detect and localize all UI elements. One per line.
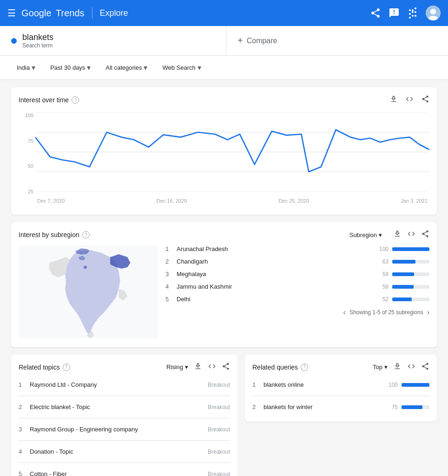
search-bar: blankets Search term + Compare bbox=[0, 26, 448, 56]
category-filter[interactable]: All categories ▾ bbox=[100, 60, 153, 76]
country-chevron-icon: ▾ bbox=[32, 63, 35, 72]
share-icon[interactable] bbox=[421, 95, 429, 105]
related-query-item-1: 1 blankets online 100 bbox=[252, 377, 429, 392]
topic-name-5[interactable]: Cotton - Fiber bbox=[30, 470, 204, 476]
search-type-filter[interactable]: Web Search ▾ bbox=[157, 60, 206, 76]
related-topic-item-4: 4 Donation - Topic Breakout bbox=[19, 444, 230, 459]
subregion-bar-1 bbox=[392, 247, 429, 251]
related-topic-item-1: 1 Raymond Ltd - Company Breakout bbox=[19, 377, 230, 392]
search-type-label: Web Search bbox=[162, 64, 195, 71]
related-topics-title: Related topics bbox=[19, 364, 60, 371]
related-topics-help-icon[interactable]: ? bbox=[63, 364, 70, 371]
menu-icon[interactable]: ☰ bbox=[7, 7, 16, 19]
time-filter[interactable]: Past 30 days ▾ bbox=[45, 60, 96, 76]
subregion-bar-2 bbox=[392, 260, 415, 264]
subregion-name-5: Delhi bbox=[177, 296, 374, 303]
topic-rank-3: 3 bbox=[19, 426, 26, 433]
related-queries-list: 1 blankets online 100 2 blankets for win… bbox=[252, 377, 429, 414]
related-queries-actions: Top ▾ bbox=[373, 362, 429, 372]
subregion-bar-wrap-3 bbox=[392, 272, 429, 276]
related-topics-header: Related topics ? Rising ▾ bbox=[19, 362, 230, 372]
subregion-name-1: Arunachal Pradesh bbox=[177, 245, 374, 252]
related-queries-col: Related queries ? Top ▾ bbox=[245, 355, 437, 476]
topic-name-3[interactable]: Raymond Group - Engineering company bbox=[30, 426, 204, 433]
subregion-share-icon[interactable] bbox=[421, 230, 429, 240]
related-queries-share-icon[interactable] bbox=[421, 362, 429, 372]
subregion-bar-4 bbox=[392, 285, 414, 289]
subregion-embed-icon[interactable] bbox=[407, 230, 415, 240]
separator-2 bbox=[19, 418, 230, 418]
user-avatar[interactable] bbox=[426, 6, 441, 20]
related-queries-help-icon[interactable]: ? bbox=[301, 364, 308, 371]
subregion-help-icon[interactable]: ? bbox=[82, 231, 90, 238]
subregion-next-icon[interactable]: › bbox=[427, 308, 429, 317]
embed-icon[interactable] bbox=[405, 95, 414, 105]
subregion-item-3: 3 Meghalaya 59 bbox=[165, 271, 429, 278]
x-label-2: Dec 25, 2020 bbox=[279, 198, 309, 204]
related-queries-download-icon[interactable] bbox=[393, 362, 402, 372]
line-chart bbox=[35, 112, 429, 192]
topic-tag-1: Breakout bbox=[208, 382, 230, 388]
subregion-score-5: 52 bbox=[377, 296, 389, 303]
svg-point-1 bbox=[430, 9, 436, 14]
time-chevron-icon: ▾ bbox=[87, 63, 91, 72]
related-queries-filter[interactable]: Top ▾ bbox=[373, 364, 388, 370]
country-filter[interactable]: India ▾ bbox=[11, 60, 41, 76]
compare-label: Compare bbox=[247, 37, 277, 45]
related-topics-filter[interactable]: Rising ▾ bbox=[166, 364, 188, 370]
subregion-score-3: 59 bbox=[377, 271, 389, 278]
country-label: India bbox=[17, 64, 30, 71]
related-topics-download-icon[interactable] bbox=[194, 362, 202, 372]
category-chevron-icon: ▾ bbox=[144, 63, 147, 72]
x-label-3: Jan 3, 2021 bbox=[401, 198, 428, 204]
separator-1 bbox=[19, 396, 230, 396]
header: ☰ Google Trends Explore bbox=[0, 0, 448, 26]
topic-name-4[interactable]: Donation - Topic bbox=[30, 448, 204, 455]
search-type-chevron-icon: ▾ bbox=[198, 63, 201, 72]
query-name-2[interactable]: blankets for winter bbox=[264, 403, 383, 410]
subregion-dropdown[interactable]: Subregion ▾ bbox=[349, 231, 382, 238]
subregion-download-icon[interactable] bbox=[393, 230, 402, 240]
feedback-header-icon[interactable] bbox=[389, 7, 400, 19]
search-term-name[interactable]: blankets bbox=[22, 33, 53, 42]
related-queries-embed-icon[interactable] bbox=[407, 362, 415, 372]
interest-over-time-help-icon[interactable]: ? bbox=[72, 96, 79, 104]
share-header-icon[interactable] bbox=[370, 7, 381, 19]
subregion-prev-icon[interactable]: ‹ bbox=[343, 308, 346, 317]
topic-tag-4: Breakout bbox=[208, 449, 230, 455]
subregion-name-3: Meghalaya bbox=[177, 271, 374, 278]
query-score-2: 75 bbox=[387, 404, 398, 410]
interest-over-time-title: Interest over time bbox=[19, 96, 69, 104]
time-label: Past 30 days bbox=[50, 64, 85, 71]
interest-by-subregion-card: Interest by subregion ? Subregion ▾ bbox=[11, 222, 437, 347]
subregion-rank-4: 4 bbox=[165, 283, 173, 290]
subregion-score-4: 58 bbox=[377, 284, 389, 290]
related-topics-embed-icon[interactable] bbox=[208, 362, 216, 372]
related-queries-title: Related queries bbox=[252, 364, 298, 371]
explore-label: Explore bbox=[100, 8, 128, 18]
topic-name-1[interactable]: Raymond Ltd - Company bbox=[30, 381, 204, 388]
y-label-75: 75 bbox=[28, 138, 33, 144]
related-topic-item-3: 3 Raymond Group - Engineering company Br… bbox=[19, 422, 230, 436]
subregion-header: Interest by subregion ? Subregion ▾ bbox=[19, 230, 429, 240]
interest-over-time-card: Interest over time ? 100 75 bbox=[11, 87, 437, 215]
compare-plus-icon: + bbox=[237, 35, 243, 46]
related-topics-share-icon[interactable] bbox=[222, 362, 230, 372]
topic-tag-5: Breakout bbox=[208, 471, 230, 476]
x-label-0: Dec 7, 2020 bbox=[37, 198, 65, 204]
related-queries-card: Related queries ? Top ▾ bbox=[245, 355, 437, 422]
y-label-50: 50 bbox=[28, 163, 33, 169]
related-queries-header: Related queries ? Top ▾ bbox=[252, 362, 429, 372]
topic-name-2[interactable]: Electric blanket - Topic bbox=[30, 403, 204, 410]
query-name-1[interactable]: blankets online bbox=[264, 381, 383, 388]
related-topic-item-2: 2 Electric blanket - Topic Breakout bbox=[19, 400, 230, 414]
subregion-pagination-text: Showing 1-5 of 25 subregions bbox=[349, 309, 423, 316]
filters-bar: India ▾ Past 30 days ▾ All categories ▾ … bbox=[0, 56, 448, 80]
subregion-item-1: 1 Arunachal Pradesh 100 bbox=[165, 245, 429, 252]
topic-tag-3: Breakout bbox=[208, 426, 230, 433]
category-label: All categories bbox=[105, 64, 142, 71]
download-icon[interactable] bbox=[389, 95, 398, 105]
apps-header-icon[interactable] bbox=[407, 7, 418, 19]
compare-box[interactable]: + Compare bbox=[226, 26, 448, 55]
separator-4 bbox=[19, 463, 230, 463]
